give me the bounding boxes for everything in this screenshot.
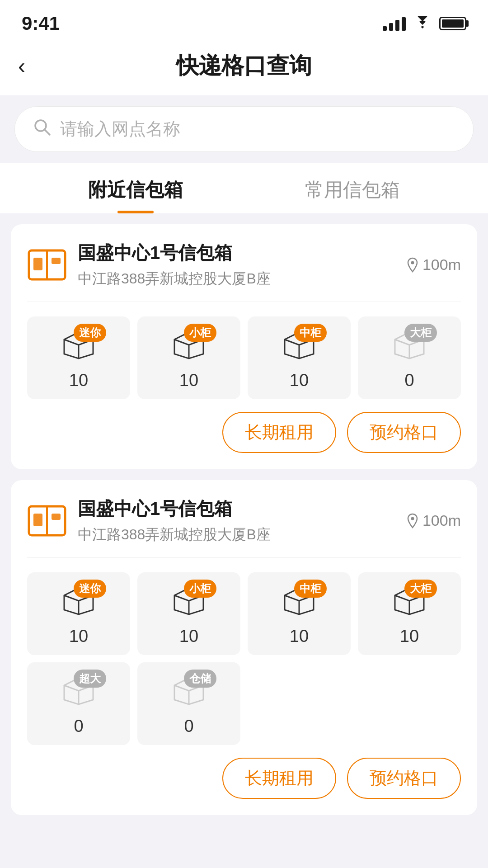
card-header-left-1: 国盛中心1号信包箱 中江路388弄新城控股大厦B座 — [27, 241, 271, 289]
distance-text-1: 100m — [422, 256, 461, 274]
badge-medium-1: 中柜 — [294, 324, 327, 342]
card-title-1: 国盛中心1号信包箱 — [78, 241, 271, 265]
tab-common[interactable]: 常用信包箱 — [244, 163, 461, 213]
card-distance-2: 100m — [406, 512, 461, 529]
badge-storage-2: 仓储 — [184, 670, 216, 688]
card-header-left-2: 国盛中心1号信包箱 中江路388弄新城控股大厦B座 — [27, 496, 271, 545]
location-icon-1 — [406, 257, 419, 273]
count-mini-1: 10 — [69, 371, 88, 390]
long-rent-button-1[interactable]: 长期租用 — [222, 412, 336, 453]
svg-rect-18 — [52, 514, 61, 520]
svg-point-19 — [411, 517, 414, 520]
card-actions-2: 长期租用 预约格口 — [27, 758, 461, 799]
count-mini-2: 10 — [69, 627, 88, 646]
locker-cell-medium-2: 中柜 10 — [248, 572, 351, 655]
lockers-grid-1: 迷你 10 小柜 10 — [27, 316, 461, 399]
wifi-icon — [413, 16, 432, 31]
distance-text-2: 100m — [422, 512, 461, 529]
count-medium-1: 10 — [290, 371, 309, 390]
locker-cell-xlarge-2: 超大 0 — [27, 662, 130, 745]
search-bar[interactable]: 请输入网点名称 — [14, 106, 474, 152]
card-address-1: 中江路388弄新城控股大厦B座 — [78, 269, 271, 289]
svg-rect-4 — [33, 258, 42, 270]
card-actions-1: 长期租用 预约格口 — [27, 412, 461, 453]
badge-large-2: 大柜 — [404, 580, 437, 598]
locker-thumbnail-icon-2 — [27, 501, 67, 541]
card-title-2: 国盛中心1号信包箱 — [78, 496, 271, 521]
count-small-2: 10 — [179, 627, 198, 646]
svg-point-6 — [411, 261, 414, 264]
reserve-button-2[interactable]: 预约格口 — [347, 758, 461, 799]
count-small-1: 10 — [179, 371, 198, 390]
card-address-2: 中江路388弄新城控股大厦B座 — [78, 525, 271, 545]
battery-icon — [439, 17, 466, 30]
reserve-button-1[interactable]: 预约格口 — [347, 412, 461, 453]
locker-card-1: 国盛中心1号信包箱 中江路388弄新城控股大厦B座 100m — [11, 224, 477, 469]
badge-medium-2: 中柜 — [294, 580, 327, 598]
count-large-1: 0 — [404, 371, 414, 390]
card-info-1: 国盛中心1号信包箱 中江路388弄新城控股大厦B座 — [78, 241, 271, 289]
locker-cell-mini-2: 迷你 10 — [27, 572, 130, 655]
locker-card-2: 国盛中心1号信包箱 中江路388弄新城控股大厦B座 100m — [11, 480, 477, 815]
svg-line-1 — [45, 130, 50, 135]
badge-large-1: 大柜 — [404, 324, 437, 342]
page-title: 快递格口查询 — [54, 51, 434, 81]
location-icon-2 — [406, 513, 419, 528]
search-icon — [33, 118, 51, 140]
long-rent-button-2[interactable]: 长期租用 — [222, 758, 336, 799]
count-large-2: 10 — [400, 627, 419, 646]
tabs: 附近信包箱 常用信包箱 — [0, 163, 488, 213]
count-xlarge-2: 0 — [74, 717, 83, 736]
locker-thumbnail-icon — [27, 245, 67, 285]
header: ‹ 快递格口查询 — [0, 40, 488, 95]
card-header-2: 国盛中心1号信包箱 中江路388弄新城控股大厦B座 100m — [27, 496, 461, 558]
locker-cell-small-1: 小柜 10 — [137, 316, 240, 399]
badge-small-2: 小柜 — [184, 580, 216, 598]
locker-cell-mini-1: 迷你 10 — [27, 316, 130, 399]
content-area: 国盛中心1号信包箱 中江路388弄新城控股大厦B座 100m — [0, 224, 488, 815]
status-icons — [383, 16, 466, 31]
locker-cell-small-2: 小柜 10 — [137, 572, 240, 655]
badge-mini-1: 迷你 — [74, 324, 106, 342]
card-distance-1: 100m — [406, 256, 461, 274]
tab-nearby[interactable]: 附近信包箱 — [27, 163, 244, 213]
locker-cell-large-1: 大柜 0 — [358, 316, 461, 399]
svg-rect-17 — [33, 514, 42, 526]
signal-icon — [383, 16, 406, 31]
badge-xlarge-2: 超大 — [74, 670, 106, 688]
lockers-grid-2-row2: 超大 0 仓储 0 — [27, 662, 461, 745]
badge-mini-2: 迷你 — [74, 580, 106, 598]
card-info-2: 国盛中心1号信包箱 中江路388弄新城控股大厦B座 — [78, 496, 271, 545]
svg-rect-5 — [52, 258, 61, 264]
status-bar: 9:41 — [0, 0, 488, 40]
back-button[interactable]: ‹ — [18, 53, 54, 78]
count-medium-2: 10 — [290, 627, 309, 646]
locker-cell-large-2: 大柜 10 — [358, 572, 461, 655]
badge-small-1: 小柜 — [184, 324, 216, 342]
status-time: 9:41 — [22, 13, 60, 34]
count-storage-2: 0 — [184, 717, 193, 736]
search-placeholder: 请输入网点名称 — [60, 118, 180, 141]
card-header-1: 国盛中心1号信包箱 中江路388弄新城控股大厦B座 100m — [27, 241, 461, 302]
lockers-grid-2-row1: 迷你 10 小柜 10 — [27, 572, 461, 655]
locker-cell-storage-2: 仓储 0 — [137, 662, 240, 745]
locker-cell-medium-1: 中柜 10 — [248, 316, 351, 399]
